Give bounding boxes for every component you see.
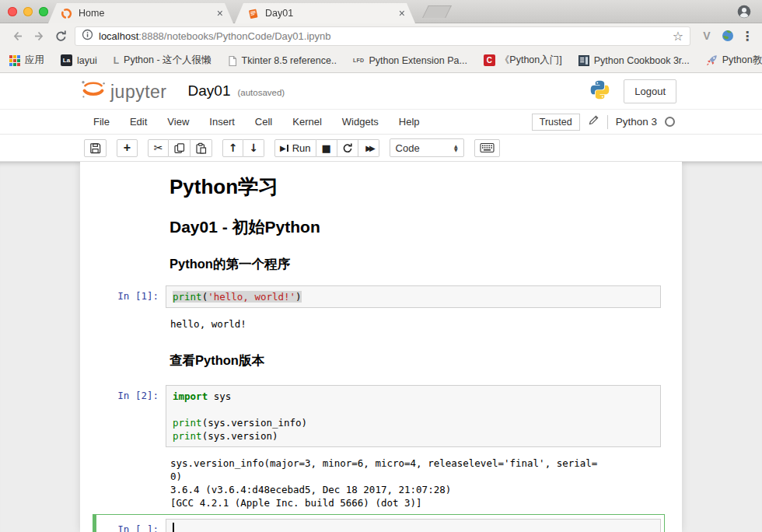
input-prompt: In [1]: — [80, 285, 166, 308]
move-cell-down-button[interactable]: ↓ — [243, 139, 264, 157]
lfd-icon: LFD — [353, 58, 365, 63]
code-cell-3-selected[interactable]: In [ ]: — [93, 514, 665, 532]
tab-day01[interactable]: Day01 × — [235, 3, 415, 23]
apps-grid-icon — [9, 55, 20, 66]
output-text: hello, world! — [166, 313, 661, 332]
run-cell-button[interactable]: ▶ Run — [274, 139, 316, 157]
bookmark-python-cookbook[interactable]: Python Cookbook 3r... — [578, 55, 690, 66]
menu-cell[interactable]: Cell — [245, 116, 282, 128]
globe-extension-icon[interactable] — [717, 26, 739, 46]
bookmark-python-tutorial[interactable]: Python教程 — [706, 54, 762, 67]
menu-insert[interactable]: Insert — [199, 116, 245, 128]
markdown-heading3-second: 查看Python版本 — [166, 352, 682, 369]
jupyter-toolbar: + ✂ ↑ ↓ ▶ Run ■ ▶▶ Code ▲▼ — [0, 135, 762, 162]
input-prompt: In [2]: — [80, 385, 166, 447]
output-cell-1: hello, world! — [80, 313, 682, 332]
bookmark-label: 《Python入门] — [500, 54, 562, 67]
tab-close-icon[interactable]: × — [395, 8, 409, 19]
paste-cell-button[interactable] — [190, 139, 212, 157]
back-icon[interactable] — [6, 26, 28, 46]
move-cell-up-button[interactable]: ↑ — [222, 139, 243, 157]
save-button[interactable] — [84, 139, 107, 157]
new-tab-button[interactable] — [422, 5, 452, 18]
jupyter-menubar: File Edit View Insert Cell Kernel Widget… — [0, 109, 762, 135]
trusted-badge[interactable]: Trusted — [532, 114, 580, 131]
output-prompt — [80, 313, 166, 332]
menu-help[interactable]: Help — [389, 116, 430, 128]
rocket-icon — [706, 54, 718, 66]
kernel-idle-indicator — [665, 117, 675, 127]
bookmark-layui[interactable]: La layui — [61, 54, 97, 66]
menu-widgets[interactable]: Widgets — [332, 116, 389, 128]
bookmark-python-extension[interactable]: LFD Python Extension Pa... — [353, 55, 467, 66]
bookmark-label: Python Cookbook 3r... — [594, 55, 690, 66]
browser-menu-icon[interactable]: ⋮ — [739, 29, 756, 44]
bookmark-python-lazy[interactable]: L Python - 这个人很懒 — [114, 54, 211, 67]
letter-l-icon: L — [114, 55, 119, 66]
bookmark-python-intro[interactable]: C 《Python入门] — [484, 54, 562, 67]
jupyter-wordmark[interactable]: jupyter — [110, 82, 167, 103]
code-cell-2[interactable]: In [2]: import sys print(sys.version_inf… — [80, 385, 682, 447]
bookmark-label: Tkinter 8.5 reference.. — [242, 55, 337, 66]
address-bar[interactable]: localhost:8888/notebooks/PythonCode/Day0… — [75, 26, 690, 46]
bookmark-star-icon[interactable]: ☆ — [673, 29, 683, 44]
browser-profile-avatar[interactable] — [737, 5, 751, 19]
book-cover-icon — [578, 55, 589, 66]
bookmark-label: layui — [77, 55, 97, 66]
code-input[interactable]: print('hello, world!') — [166, 285, 661, 308]
tab-home[interactable]: Home × — [48, 3, 233, 23]
output-text: sys.version_info(major=3, minor=6, micro… — [166, 452, 661, 511]
add-cell-button[interactable]: + — [117, 139, 138, 157]
code-cell-1[interactable]: In [1]: print('hello, world!') — [80, 285, 682, 308]
autosave-status: (autosaved) — [237, 85, 285, 97]
notebook-container: Python学习 Day01 - 初始Python Python的第一个程序 I… — [80, 162, 682, 532]
output-prompt — [80, 452, 166, 511]
jupyter-spinner-icon — [61, 8, 72, 19]
page-icon — [228, 55, 237, 66]
url-text: localhost:8888/notebooks/PythonCode/Day0… — [99, 30, 331, 42]
code-input[interactable]: import sys print(sys.version_info)print(… — [166, 385, 661, 447]
bookmark-label: Python教程 — [722, 54, 762, 67]
window-controls — [8, 7, 48, 16]
reload-icon[interactable] — [50, 26, 72, 46]
restart-run-all-button[interactable]: ▶▶ — [358, 139, 379, 157]
cut-cell-button[interactable]: ✂ — [148, 139, 169, 157]
interrupt-kernel-button[interactable]: ■ — [316, 139, 337, 157]
tab-label: Day01 — [265, 8, 395, 19]
menu-edit[interactable]: Edit — [120, 116, 157, 128]
jupyter-header: jupyter Day01 (autosaved) Logout — [0, 73, 762, 109]
text-cursor — [173, 523, 174, 532]
input-prompt: In [ ]: — [96, 519, 166, 532]
red-c-icon: C — [484, 54, 495, 66]
bookmark-tkinter[interactable]: Tkinter 8.5 reference.. — [228, 55, 337, 66]
menu-view[interactable]: View — [157, 116, 199, 128]
tab-label: Home — [79, 8, 213, 19]
code-input-focused[interactable] — [166, 519, 661, 532]
bookmarks-bar: 应用 La layui L Python - 这个人很懒 Tkinter 8.5… — [0, 48, 762, 73]
logout-button[interactable]: Logout — [624, 79, 676, 103]
bookmark-label: Python - 这个人很懒 — [124, 54, 211, 67]
cell-type-dropdown[interactable]: Code ▲▼ — [390, 138, 464, 157]
bookmark-apps[interactable]: 应用 — [9, 54, 44, 67]
notebook-title[interactable]: Day01 — [188, 82, 231, 100]
window-close-button[interactable] — [8, 7, 17, 16]
menu-kernel[interactable]: Kernel — [282, 116, 332, 128]
copy-cell-button[interactable] — [169, 139, 190, 157]
cell-type-value: Code — [396, 142, 420, 154]
tab-close-icon[interactable]: × — [213, 8, 227, 19]
layui-icon: La — [61, 54, 72, 66]
window-minimize-button[interactable] — [23, 7, 33, 16]
pencil-icon[interactable] — [588, 114, 599, 129]
bookmark-label: 应用 — [25, 54, 44, 67]
info-icon[interactable] — [82, 29, 93, 44]
markdown-heading3-first: Python的第一个程序 — [166, 256, 682, 272]
window-zoom-button[interactable] — [39, 7, 48, 16]
extension-v-icon[interactable]: V — [697, 30, 717, 42]
forward-icon[interactable] — [28, 26, 50, 46]
menu-file[interactable]: File — [93, 116, 120, 128]
restart-kernel-button[interactable] — [337, 139, 358, 157]
markdown-heading1: Python学习 — [166, 174, 682, 199]
bookmark-label: Python Extension Pa... — [369, 55, 467, 66]
command-palette-button[interactable] — [474, 139, 500, 157]
jupyter-logo-icon[interactable] — [80, 79, 107, 103]
